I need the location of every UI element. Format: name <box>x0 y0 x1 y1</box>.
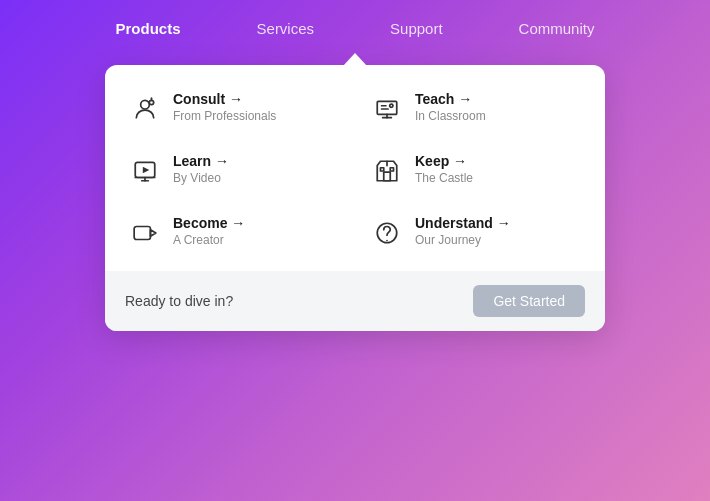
understand-icon <box>371 217 403 249</box>
learn-title: Learn → <box>173 153 229 169</box>
become-icon <box>129 217 161 249</box>
dropdown-card: Consult → From Professionals <box>105 65 605 331</box>
learn-subtitle: By Video <box>173 171 229 185</box>
keep-icon <box>371 155 403 187</box>
keep-title: Keep → <box>415 153 473 169</box>
consult-subtitle: From Professionals <box>173 109 276 123</box>
svg-rect-3 <box>377 101 397 114</box>
teach-icon <box>371 93 403 125</box>
menu-item-become[interactable]: Become → A Creator <box>113 201 355 263</box>
keep-text: Keep → The Castle <box>415 153 473 185</box>
dropdown-wrapper: Consult → From Professionals <box>105 53 605 331</box>
svg-point-0 <box>141 100 150 109</box>
svg-rect-15 <box>381 168 384 171</box>
nav-item-products[interactable]: Products <box>108 16 189 41</box>
teach-text: Teach → In Classroom <box>415 91 486 123</box>
teach-subtitle: In Classroom <box>415 109 486 123</box>
menu-item-consult[interactable]: Consult → From Professionals <box>113 77 355 139</box>
become-subtitle: A Creator <box>173 233 245 247</box>
consult-icon <box>129 93 161 125</box>
teach-title: Teach → <box>415 91 486 107</box>
understand-subtitle: Our Journey <box>415 233 511 247</box>
menu-item-understand[interactable]: Understand → Our Journey <box>355 201 597 263</box>
dropdown-footer: Ready to dive in? Get Started <box>105 271 605 331</box>
keep-subtitle: The Castle <box>415 171 473 185</box>
dropdown-grid: Consult → From Professionals <box>105 65 605 271</box>
menu-item-keep[interactable]: Keep → The Castle <box>355 139 597 201</box>
understand-text: Understand → Our Journey <box>415 215 511 247</box>
learn-icon <box>129 155 161 187</box>
menu-item-teach[interactable]: Teach → In Classroom <box>355 77 597 139</box>
consult-text: Consult → From Professionals <box>173 91 276 123</box>
learn-text: Learn → By Video <box>173 153 229 185</box>
become-title: Become → <box>173 215 245 231</box>
svg-marker-13 <box>143 167 150 174</box>
become-text: Become → A Creator <box>173 215 245 247</box>
dropdown-caret <box>343 53 367 66</box>
footer-text: Ready to dive in? <box>125 293 233 309</box>
svg-rect-16 <box>390 168 393 171</box>
svg-rect-18 <box>134 227 150 240</box>
svg-point-8 <box>390 104 393 107</box>
nav-item-support[interactable]: Support <box>382 16 451 41</box>
svg-point-21 <box>386 240 388 242</box>
nav-item-community[interactable]: Community <box>511 16 603 41</box>
menu-item-learn[interactable]: Learn → By Video <box>113 139 355 201</box>
get-started-button[interactable]: Get Started <box>473 285 585 317</box>
svg-marker-19 <box>150 230 155 237</box>
nav-item-services[interactable]: Services <box>249 16 323 41</box>
understand-title: Understand → <box>415 215 511 231</box>
svg-rect-14 <box>384 172 391 181</box>
main-nav: Products Services Support Community <box>0 0 710 53</box>
consult-title: Consult → <box>173 91 276 107</box>
